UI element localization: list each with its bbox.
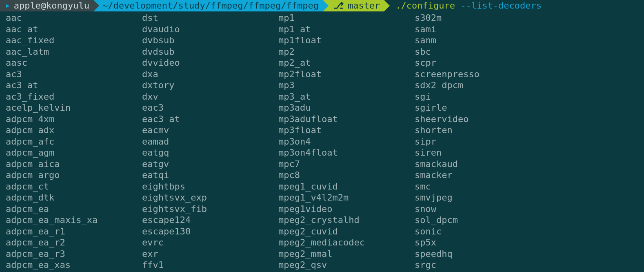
decoder-item: acelp_kelvin [6,102,142,114]
decoder-item: evrc [142,237,278,248]
decoder-item: mp3on4 [278,136,415,147]
decoder-item: ac3_at [6,80,142,91]
decoder-item: mp3adu [278,102,415,114]
decoder-item: dst [142,12,278,24]
decoder-item: mp2 [278,46,415,58]
decoder-item: eac3 [142,102,278,114]
decoder-item: eightbps [142,181,278,192]
decoder-item: adpcm_aica [6,158,142,170]
command-exec: ./configure [395,0,455,11]
decoder-item: eightsvx_fib [142,203,278,215]
decoder-item: speedhq [415,248,551,260]
decoder-item: ac3 [6,69,142,80]
git-branch-icon: ⎇ [333,0,344,11]
decoder-item: aac [6,12,142,24]
decoder-item: escape124 [142,214,278,226]
decoder-item: mpeg2_cuvid [278,226,415,237]
prompt-path-segment: ~/development/study/ffmpeg/ffmpeg/ffmpeg [99,0,323,11]
decoder-item: mp3float [278,125,415,136]
prompt-user: apple@kongyulu [14,0,89,11]
decoder-item: adpcm_afc [6,136,142,147]
decoder-item: adpcm_dtk [6,192,142,203]
decoder-item: sol_dpcm [415,214,551,226]
decoder-item: mp3 [278,80,415,91]
decoder-item: sp5x [415,237,551,248]
decoder-item: adpcm_ea [6,203,142,215]
output-column: mp1mp1_atmp1floatmp2mp2_atmp2floatmp3mp3… [278,12,415,271]
decoder-item: sbc [415,46,551,58]
command-line[interactable]: ./configure --list-decoders [395,0,542,11]
decoder-item: sheervideo [415,114,551,125]
prompt-path: ~/development/study/ffmpeg/ffmpeg/ffmpeg [102,0,319,11]
decoder-item: smackaud [415,158,551,170]
decoder-item: escape130 [142,226,278,237]
decoder-item: ac3_fixed [6,91,142,103]
decoder-item: aac_at [6,24,142,35]
decoder-item: adpcm_argo [6,169,142,181]
decoder-item: dvbsub [142,35,278,46]
arrow-icon [384,0,390,11]
decoder-item: mpeg2_mediacodec [278,237,415,248]
command-output: aacaac_ataac_fixedaac_latmaascac3ac3_ata… [0,11,644,271]
decoder-item: dxtory [142,80,278,91]
output-column: aacaac_ataac_fixedaac_latmaascac3ac3_ata… [6,12,142,271]
decoder-item: exr [142,248,278,260]
decoder-item: smacker [415,169,551,181]
decoder-item: mp3on4float [278,147,415,158]
decoder-item: smc [415,181,551,192]
decoder-item: eamad [142,136,278,147]
decoder-item: sipr [415,136,551,147]
decoder-item: mp3_at [278,91,415,103]
decoder-item: eac3_at [142,114,278,125]
decoder-item: eatgv [142,158,278,170]
decoder-item: mp1float [278,35,415,46]
decoder-item: scpr [415,57,551,69]
decoder-item: mp1_at [278,24,415,35]
decoder-item: dxa [142,69,278,80]
decoder-item: sgi [415,91,551,103]
decoder-item: mp2float [278,69,415,80]
decoder-item: adpcm_adx [6,125,142,136]
decoder-item: adpcm_ct [6,181,142,192]
decoder-item: dvdsub [142,46,278,58]
decoder-item: snow [415,203,551,215]
decoder-item: srgc [415,259,551,271]
decoder-item: shorten [415,125,551,136]
prompt-branch-segment: ⎇ master [329,0,384,11]
decoder-item: adpcm_ea_r1 [6,226,142,237]
decoder-item: aac_fixed [6,35,142,46]
decoder-item: mpeg2_qsv [278,259,415,271]
decoder-item: dvvideo [142,57,278,69]
decoder-item: smvjpeg [415,192,551,203]
decoder-item: dxv [142,91,278,103]
decoder-item: ffv1 [142,259,278,271]
command-arg: --list-decoders [460,0,542,11]
decoder-item: mp1 [278,12,415,24]
decoder-item: mpc8 [278,169,415,181]
decoder-item: eightsvx_exp [142,192,278,203]
arrow-icon [93,0,99,11]
decoder-item: mp3adufloat [278,114,415,125]
decoder-item: sami [415,24,551,35]
prompt-line: ▶ apple@kongyulu ~/development/study/ffm… [0,0,644,11]
decoder-item: adpcm_agm [6,147,142,158]
decoder-item: siren [415,147,551,158]
prompt-bullet-icon: ▶ [6,0,10,11]
prompt-user-segment: ▶ apple@kongyulu [0,0,93,11]
decoder-item: mpeg1_cuvid [278,181,415,192]
terminal-window[interactable]: ▶ apple@kongyulu ~/development/study/ffm… [0,0,644,272]
decoder-item: s302m [415,12,551,24]
decoder-item: adpcm_ea_r3 [6,248,142,260]
decoder-item: screenpresso [415,69,551,80]
arrow-icon [323,0,329,11]
decoder-item: sgirle [415,102,551,114]
decoder-item: mpc7 [278,158,415,170]
decoder-item: adpcm_ea_maxis_xa [6,214,142,226]
output-column: s302msamisanmsbcscprscreenpressosdx2_dpc… [415,12,551,271]
decoder-item: mpeg1_v4l2m2m [278,192,415,203]
decoder-item: eatqi [142,169,278,181]
decoder-item: adpcm_ea_xas [6,259,142,271]
decoder-item: sdx2_dpcm [415,80,551,91]
decoder-item: mp2_at [278,57,415,69]
decoder-item: aac_latm [6,46,142,58]
